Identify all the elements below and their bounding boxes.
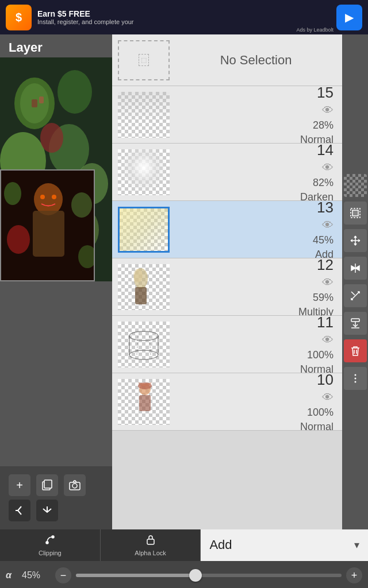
opacity-slider-thumb[interactable] (189, 569, 202, 582)
merge-down-button[interactable] (344, 312, 367, 335)
camera-button[interactable] (64, 474, 86, 496)
canvas-preview[interactable] (0, 57, 112, 281)
svg-line-34 (137, 336, 138, 355)
select-icon-button[interactable] (344, 202, 367, 225)
layer-12-info: 12 👁 59% Multiply (175, 256, 342, 318)
duplicate-layer-button[interactable] (36, 474, 58, 496)
layer-11-visibility[interactable]: 👁 (322, 334, 334, 347)
svg-point-24 (72, 483, 77, 488)
no-selection-label: No Selection (175, 53, 342, 68)
svg-point-31 (129, 350, 158, 359)
canvas-thumbnail (0, 169, 95, 281)
layer-row-15[interactable]: 15 👁 28% Normal (112, 86, 342, 144)
svg-point-28 (133, 269, 143, 283)
layer-13-opacity: 45% (313, 234, 334, 246)
blend-mode-text: Add (209, 537, 232, 552)
svg-rect-22 (44, 480, 52, 488)
layer-14-visibility[interactable]: 👁 (322, 161, 334, 175)
opacity-slider-fill (76, 574, 195, 577)
layer-11-number: 11 (317, 314, 334, 331)
layer-row-10[interactable]: 10 👁 100% Normal (112, 373, 342, 431)
svg-rect-14 (33, 211, 64, 257)
svg-point-9 (40, 123, 63, 153)
svg-point-48 (354, 378, 356, 380)
blend-mode-row: Clipping Alpha Lock Add ▾ (0, 529, 368, 561)
delete-layer-button[interactable] (344, 339, 367, 362)
layer-11-opacity: 100% (307, 349, 334, 361)
svg-point-15 (40, 195, 45, 199)
more-options-button[interactable] (344, 367, 367, 390)
layer-10-info: 10 👁 100% Normal (175, 371, 342, 433)
layer-10-visibility[interactable]: 👁 (322, 391, 334, 404)
alpha-lock-label: Alpha Lock (135, 550, 166, 556)
layer-15-number: 15 (317, 84, 334, 102)
alpha-lock-button[interactable]: Alpha Lock (101, 529, 201, 561)
layer-15-visibility[interactable]: 👁 (322, 104, 334, 117)
layer-15-opacity: 28% (313, 119, 334, 131)
layers-panel: ⬚ No Selection 15 👁 28% Normal (112, 34, 342, 529)
svg-point-19 (7, 225, 30, 254)
layer-14-thumb (118, 149, 170, 195)
alpha-symbol: α (6, 570, 17, 581)
clipping-button[interactable]: Clipping (0, 529, 101, 561)
ad-app-icon: $ (6, 5, 32, 30)
checker-pattern-button[interactable] (344, 174, 367, 197)
svg-point-18 (71, 192, 92, 218)
layer-14-opacity: 82% (313, 177, 334, 189)
left-bottom-toolbar: + (0, 466, 112, 529)
svg-point-3 (57, 70, 92, 114)
svg-point-49 (354, 381, 356, 383)
layer-10-blend: Normal (300, 421, 334, 433)
right-sidebar (342, 34, 368, 529)
add-layer-button[interactable]: + (9, 474, 30, 496)
layer-row-13[interactable]: 13 👁 45% Add (112, 201, 342, 258)
layer-13-number: 13 (317, 199, 334, 216)
layer-12-opacity: 59% (313, 292, 334, 304)
svg-rect-42 (351, 319, 359, 322)
layer-10-thumb (118, 379, 170, 425)
toolbar-row-2 (9, 500, 103, 521)
ad-play-button[interactable]: ▶ (336, 5, 362, 30)
layer-12-visibility[interactable]: 👁 (322, 276, 334, 289)
layer-row-12[interactable]: 12 👁 59% Multiply (112, 258, 342, 316)
svg-point-17 (4, 182, 21, 205)
toolbar-row-1: + (9, 474, 103, 496)
layer-15-thumb (118, 92, 170, 138)
layer-row-11[interactable]: 11 👁 100% Normal (112, 316, 342, 373)
layer-13-thumb (118, 207, 170, 253)
flip-icon-button[interactable] (344, 257, 367, 280)
opacity-increase-button[interactable]: + (346, 567, 362, 583)
svg-rect-11 (39, 96, 44, 103)
svg-rect-37 (139, 395, 151, 411)
layer-13-visibility[interactable]: 👁 (322, 219, 334, 232)
move-icon-button[interactable] (344, 229, 367, 252)
svg-rect-10 (32, 99, 37, 107)
svg-rect-40 (352, 210, 358, 216)
alpha-lock-icon (145, 534, 156, 548)
left-panel: Layer (0, 34, 112, 529)
main-container: Layer (0, 34, 368, 529)
ad-text-block: Earn $5 FREE Install, register, and comp… (32, 9, 336, 25)
left-arrow-button[interactable] (9, 500, 30, 521)
blend-mode-selector[interactable]: Add ▾ (201, 529, 368, 561)
no-selection-thumb: ⬚ (118, 40, 170, 80)
layer-15-info: 15 👁 28% Normal (175, 84, 342, 146)
layer-row-14[interactable]: 14 👁 82% Darken (112, 144, 342, 201)
opacity-slider[interactable] (76, 574, 342, 577)
opacity-decrease-button[interactable]: − (55, 567, 71, 583)
opacity-display: 45% (22, 570, 51, 581)
svg-point-16 (52, 195, 56, 199)
svg-point-50 (46, 541, 48, 544)
svg-point-47 (354, 374, 356, 376)
layer-14-number: 14 (317, 141, 334, 159)
svg-point-13 (34, 183, 63, 215)
transform-icon-button[interactable] (344, 284, 367, 307)
down-arrow-button[interactable] (36, 500, 58, 521)
layer-14-info: 14 👁 82% Darken (175, 141, 342, 203)
clipping-icon (44, 534, 56, 548)
layer-11-thumb (118, 322, 170, 368)
no-selection-row[interactable]: ⬚ No Selection (112, 34, 342, 86)
ad-banner[interactable]: $ Earn $5 FREE Install, register, and co… (0, 0, 368, 34)
layer-12-number: 12 (317, 256, 334, 274)
svg-point-30 (129, 331, 158, 341)
